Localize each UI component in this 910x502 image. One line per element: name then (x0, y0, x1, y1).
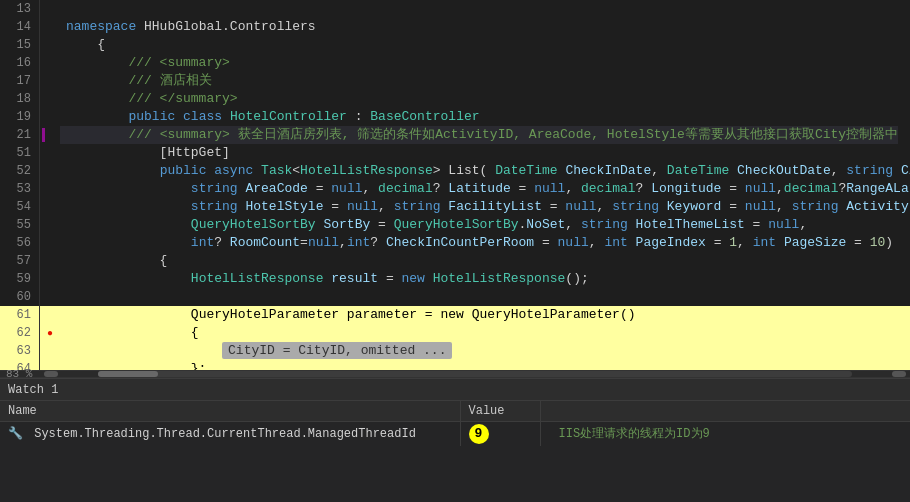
code-line-62: 62 ● { (0, 324, 910, 342)
scroll-arrow-left[interactable] (44, 371, 58, 377)
code-line-61: 61 QueryHotelParameter parameter = new Q… (0, 306, 910, 324)
code-line-18: 18 /// </summary> (0, 90, 910, 108)
code-line-15: 15 { (0, 36, 910, 54)
code-line-59: 59 HotelListResponse result = new HotelL… (0, 270, 910, 288)
watch-col-name: Name (0, 401, 460, 421)
watch-panel: Watch 1 Name Value 🔧 System.Threading.Th… (0, 378, 910, 502)
code-line-64: 64 }; (0, 360, 910, 370)
horizontal-scrollbar[interactable]: 83 % (0, 370, 910, 378)
code-line-52: 52 public async Task<HotelListResponse> … (0, 162, 910, 180)
code-line-13: 13 (0, 0, 910, 18)
editor-container: 13 14 namespace HHubGlobal.Controllers 1… (0, 0, 910, 378)
code-editor[interactable]: 13 14 namespace HHubGlobal.Controllers 1… (0, 0, 910, 370)
code-line-60: 60 (0, 288, 910, 306)
scrollbar-thumb[interactable] (98, 371, 158, 377)
code-line-19: 19 public class HotelController : BaseCo… (0, 108, 910, 126)
watch-panel-header: Watch 1 (0, 379, 910, 401)
code-line-16: 16 /// <summary> (0, 54, 910, 72)
code-line-14: 14 namespace HHubGlobal.Controllers (0, 18, 910, 36)
watch-panel-title: Watch 1 (8, 383, 58, 397)
scroll-arrow-right[interactable] (892, 371, 906, 377)
watch-row-name: 🔧 System.Threading.Thread.CurrentThread.… (0, 421, 460, 446)
watch-row-value: 9 (460, 421, 540, 446)
watch-col-value: Value (460, 401, 540, 421)
scrollbar-track[interactable] (98, 371, 852, 377)
watch-icon: 🔧 (8, 427, 23, 441)
code-line-55: 55 QueryHotelSortBy SortBy = QueryHotelS… (0, 216, 910, 234)
code-line-57: 57 { (0, 252, 910, 270)
code-line-54: 54 string HotelStyle = null, string Faci… (0, 198, 910, 216)
code-line-53: 53 string AreaCode = null, decimal? Lati… (0, 180, 910, 198)
code-line-17: 17 /// 酒店相关 (0, 72, 910, 90)
watch-value-badge: 9 (469, 424, 489, 444)
watch-table: Name Value 🔧 System.Threading.Thread.Cur… (0, 401, 910, 446)
watch-row-0: 🔧 System.Threading.Thread.CurrentThread.… (0, 421, 910, 446)
watch-row-comment: IIS处理请求的线程为ID为9 (540, 421, 910, 446)
code-line-51: 51 [HttpGet] (0, 144, 910, 162)
code-line-63: 63 CityID = CityID, omitted ... (0, 342, 910, 360)
code-line-56: 56 int? RoomCount=null,int? CheckInCount… (0, 234, 910, 252)
watch-col-comment (540, 401, 910, 421)
code-line-21: 21 /// <summary> 获全日酒店房列表, 筛选的条件如Activit… (0, 126, 910, 144)
